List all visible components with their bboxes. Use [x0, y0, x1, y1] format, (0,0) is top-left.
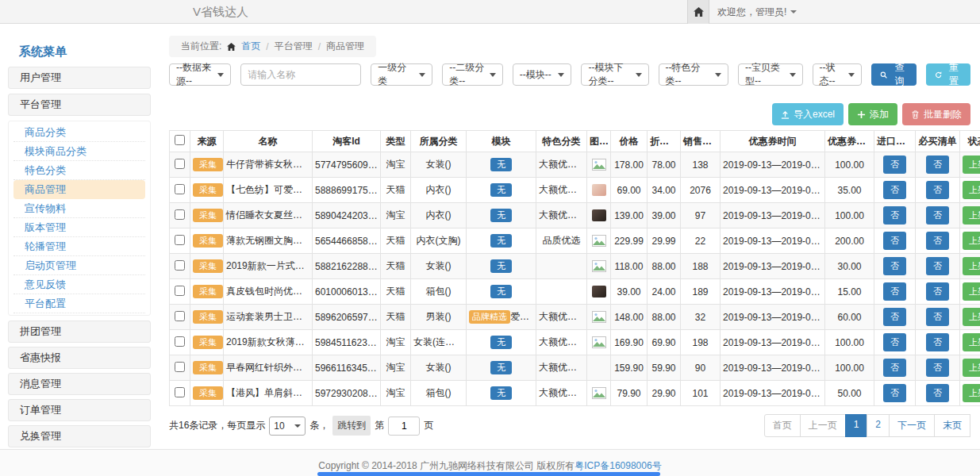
pager-button[interactable]: 上一页 [800, 414, 846, 437]
status-button[interactable]: 上架 [963, 232, 980, 250]
status-button[interactable]: 上架 [963, 282, 980, 301]
sidebar-subitem[interactable]: 商品分类 [13, 123, 145, 142]
breadcrumb: 当前位置: 首页 / 平台管理 / 商品管理 [169, 36, 376, 57]
row-checkbox[interactable] [175, 362, 185, 372]
sidebar-subitem[interactable]: 启动页管理 [13, 256, 145, 275]
sidebar-section[interactable]: 省惠快报 [8, 347, 151, 369]
row-checkbox[interactable] [175, 235, 185, 245]
import-select-toggle[interactable]: 否 [883, 308, 906, 326]
page-number-input[interactable] [388, 416, 420, 436]
reset-button[interactable]: 重置 [926, 63, 970, 86]
search-icon [880, 71, 887, 79]
home-button[interactable] [687, 0, 709, 24]
import-select-toggle[interactable]: 否 [883, 384, 906, 402]
pager-button[interactable]: 末页 [934, 414, 970, 437]
import-select-toggle[interactable]: 否 [883, 155, 906, 174]
pagination-bar: 共16条记录，每页显示 10 条， 跳转到 第 页 首页 上一页 1 2 下一页 [169, 414, 970, 437]
sidebar-subitem[interactable]: 特色分类 [13, 161, 145, 180]
module-select[interactable]: --模块-- [513, 63, 572, 86]
sidebar-section[interactable]: 消息管理 [8, 373, 151, 395]
pager-button[interactable]: 下一页 [889, 414, 935, 437]
status-cell: 上架 [960, 254, 980, 279]
breadcrumb-home-link[interactable]: 首页 [241, 40, 260, 53]
sidebar-section[interactable]: 拼团管理 [8, 321, 151, 343]
source-badge: 采集 [193, 158, 223, 171]
sidebar-subitem[interactable]: 商品管理 [13, 180, 145, 199]
import-select-toggle[interactable]: 否 [883, 257, 906, 275]
category1-select[interactable]: 一级分类 [371, 63, 432, 86]
sidebar-section[interactable]: 用户管理 [8, 67, 151, 89]
data-source-select[interactable]: --数据来源-- [169, 63, 231, 86]
status-button[interactable]: 上架 [963, 181, 980, 199]
import-select-toggle[interactable]: 否 [883, 359, 906, 377]
sidebar-section[interactable]: 平台管理 [8, 94, 151, 116]
sidebar-subitem[interactable]: 轮播管理 [13, 237, 145, 256]
status-button[interactable]: 上架 [963, 333, 980, 351]
add-button[interactable]: 添加 [848, 103, 897, 125]
import-select-toggle[interactable]: 否 [883, 232, 906, 250]
pager-button[interactable]: 1 [845, 414, 868, 437]
batch-delete-button[interactable]: 批量删除 [902, 103, 970, 125]
name-search-input[interactable] [240, 63, 361, 86]
must-buy-toggle[interactable]: 否 [926, 155, 949, 174]
row-checkbox[interactable] [175, 159, 185, 169]
module-subcategory-select[interactable]: --模块下分类-- [581, 63, 648, 86]
icp-link[interactable]: 粤ICP备16098006号 [575, 460, 661, 471]
must-buy-toggle[interactable]: 否 [926, 359, 949, 377]
module-value: --模块-- [520, 68, 551, 82]
row-checkbox[interactable] [175, 260, 185, 271]
import-excel-button[interactable]: 导入excel [772, 103, 844, 125]
row-checkbox[interactable] [175, 286, 185, 296]
sidebar-subitem[interactable]: 意见反馈 [13, 275, 145, 294]
module-cell: 无 [467, 228, 536, 254]
sidebar-section[interactable]: 订单管理 [8, 399, 151, 421]
import-select-toggle[interactable]: 否 [883, 282, 906, 301]
status-button[interactable]: 上架 [963, 308, 980, 326]
source-cell: 采集 [190, 228, 224, 254]
type-cell: 天猫 [381, 254, 411, 279]
must-buy-toggle[interactable]: 否 [926, 257, 949, 275]
must-buy-toggle[interactable]: 否 [926, 232, 949, 250]
status-select[interactable]: --状态-- [813, 63, 863, 86]
row-checkbox[interactable] [175, 311, 185, 321]
must-buy-toggle[interactable]: 否 [926, 308, 949, 326]
status-cell: 上架 [960, 355, 980, 381]
horizontal-scrollbar-thumb[interactable] [317, 472, 660, 476]
category2-select[interactable]: --二级分类-- [442, 63, 502, 86]
row-checkbox[interactable] [175, 387, 185, 397]
sidebar-section[interactable]: 兑换管理 [8, 425, 151, 447]
pager-button[interactable]: 2 [867, 414, 890, 437]
status-button[interactable]: 上架 [963, 359, 980, 377]
sidebar-subitem[interactable]: 版本管理 [13, 218, 145, 237]
import-select-toggle[interactable]: 否 [883, 333, 906, 351]
must-buy-toggle[interactable]: 否 [926, 333, 949, 351]
product-thumbnail [592, 286, 606, 298]
row-checkbox[interactable] [175, 184, 185, 194]
row-checkbox[interactable] [175, 209, 185, 220]
import-select-toggle[interactable]: 否 [883, 181, 906, 199]
column-header: 价格 [611, 131, 648, 152]
row-checkbox[interactable] [175, 336, 185, 347]
status-button[interactable]: 上架 [963, 155, 980, 174]
pager-button[interactable]: 首页 [764, 414, 801, 437]
must-buy-toggle[interactable]: 否 [926, 181, 949, 199]
user-dropdown[interactable]: 欢迎您，管理员! [717, 0, 797, 24]
feature-category-select[interactable]: --特色分类-- [659, 63, 728, 86]
must-buy-toggle[interactable]: 否 [926, 384, 949, 402]
must-buy-toggle[interactable]: 否 [926, 282, 949, 301]
name-cell: 【港风】单肩斜跨链条... [224, 381, 313, 406]
item-type-select[interactable]: --宝贝类型-- [738, 63, 803, 86]
sidebar-subitem[interactable]: 模块商品分类 [13, 142, 145, 161]
search-button[interactable]: 查询 [871, 63, 916, 86]
sidebar-subitem[interactable]: 宣传物料 [13, 199, 145, 218]
sidebar-subitem[interactable]: 平台配置 [13, 294, 145, 313]
taoke-id-cell: 596611634525 [313, 355, 381, 381]
status-button[interactable]: 上架 [963, 206, 980, 225]
jump-button[interactable]: 跳转到 [332, 416, 371, 436]
status-button[interactable]: 上架 [963, 257, 980, 275]
status-button[interactable]: 上架 [963, 384, 980, 402]
select-all-checkbox[interactable] [175, 135, 185, 145]
must-buy-toggle[interactable]: 否 [926, 206, 949, 225]
page-size-select[interactable]: 10 [269, 416, 306, 436]
import-select-toggle[interactable]: 否 [883, 206, 906, 225]
